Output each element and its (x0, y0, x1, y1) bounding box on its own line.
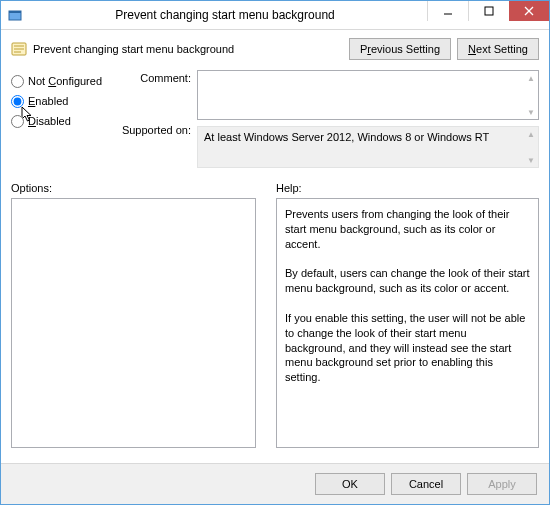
config-row: Not Configured Enabled Disabled Comment:… (11, 70, 539, 168)
window-controls (427, 1, 549, 29)
not-configured-label[interactable]: Not Configured (28, 75, 102, 87)
scroll-up-icon[interactable]: ▲ (524, 71, 538, 85)
comment-label: Comment: (121, 70, 191, 122)
app-icon (7, 7, 23, 23)
supported-on-box: At least Windows Server 2012, Windows 8 … (197, 126, 539, 168)
supported-label: Supported on: (121, 122, 191, 158)
comment-scrollbar[interactable]: ▲ ▼ (524, 71, 538, 119)
policy-icon (11, 41, 27, 57)
enabled-radio[interactable] (11, 95, 24, 108)
scroll-down-icon[interactable]: ▼ (524, 105, 538, 119)
scroll-down-icon: ▼ (524, 153, 538, 167)
details-row: Options: Help: Prevents users from chang… (11, 182, 539, 448)
help-text[interactable]: Prevents users from changing the look of… (276, 198, 539, 448)
header-row: Prevent changing start menu background P… (11, 38, 539, 60)
field-labels: Comment: Supported on: (121, 70, 197, 158)
next-setting-button[interactable]: Next Setting (457, 38, 539, 60)
svg-rect-3 (485, 7, 493, 15)
supported-scrollbar: ▲ ▼ (524, 127, 538, 167)
help-column: Help: Prevents users from changing the l… (276, 182, 539, 448)
field-values: ▲ ▼ At least Windows Server 2012, Window… (197, 70, 539, 168)
gpedit-policy-dialog: Prevent changing start menu background P… (0, 0, 550, 505)
policy-title: Prevent changing start menu background (33, 43, 349, 55)
help-label: Help: (276, 182, 539, 194)
titlebar: Prevent changing start menu background (1, 1, 549, 30)
previous-setting-button[interactable]: Previous Setting (349, 38, 451, 60)
scroll-up-icon: ▲ (524, 127, 538, 141)
dialog-body: Prevent changing start menu background P… (1, 30, 549, 465)
close-button[interactable] (509, 1, 549, 21)
maximize-button[interactable] (468, 1, 509, 21)
options-label: Options: (11, 182, 256, 194)
state-radios: Not Configured Enabled Disabled (11, 70, 121, 132)
supported-on-text: At least Windows Server 2012, Windows 8 … (204, 131, 489, 143)
svg-rect-1 (9, 11, 21, 13)
dialog-footer: OK Cancel Apply (1, 463, 549, 504)
comment-textarea[interactable]: ▲ ▼ (197, 70, 539, 120)
disabled-label[interactable]: Disabled (28, 115, 71, 127)
enabled-label[interactable]: Enabled (28, 95, 68, 107)
options-box[interactable] (11, 198, 256, 448)
cancel-button[interactable]: Cancel (391, 473, 461, 495)
disabled-radio[interactable] (11, 115, 24, 128)
ok-button[interactable]: OK (315, 473, 385, 495)
window-title: Prevent changing start menu background (23, 8, 427, 22)
not-configured-radio[interactable] (11, 75, 24, 88)
options-column: Options: (11, 182, 256, 448)
apply-button[interactable]: Apply (467, 473, 537, 495)
minimize-button[interactable] (427, 1, 468, 21)
